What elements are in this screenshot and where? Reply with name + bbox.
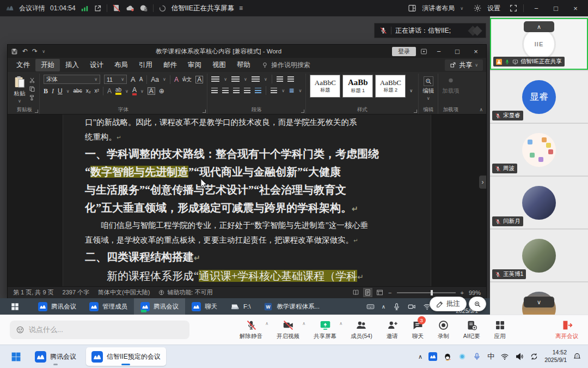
caret-icon[interactable]: ∧ — [302, 321, 305, 326]
text-effects-button[interactable]: A — [107, 88, 112, 94]
shared-taskbar-item-腾讯会议[interactable]: 腾讯会议 — [32, 298, 83, 315]
word-restore-button[interactable]: □ — [450, 47, 464, 56]
shared-tray-chevron-icon[interactable]: ∧ — [382, 304, 385, 310]
word-tab-布局[interactable]: 布局 — [109, 59, 133, 71]
styles-more-icon[interactable]: ∨ — [409, 88, 413, 93]
zoom-level[interactable]: 99% — [469, 289, 481, 296]
cloud-record-icon[interactable] — [126, 4, 134, 13]
participant-tile[interactable]: 周波 — [490, 124, 588, 176]
multilevel-list-icon[interactable] — [252, 76, 260, 82]
window-minimize-button[interactable]: − — [529, 4, 543, 13]
save-icon[interactable] — [11, 48, 18, 55]
ime-indicator[interactable]: 中 — [487, 352, 494, 361]
watermark-off-icon[interactable] — [112, 4, 121, 13]
next-page-chevron[interactable]: › — [479, 176, 486, 189]
window-close-button[interactable]: × — [568, 4, 583, 13]
leave-meeting-button[interactable]: 离开会议 — [555, 319, 578, 340]
meeting-details-link[interactable]: 会议详情 — [19, 4, 45, 13]
accessibility-status[interactable]: 辅助功能: 不可用 — [158, 288, 212, 297]
settings-gear-icon[interactable] — [473, 4, 482, 13]
word-tab-引用[interactable]: 引用 — [133, 59, 158, 71]
meeting-button-应用[interactable]: 应用 — [494, 319, 506, 340]
word-tab-邮件[interactable]: 邮件 — [158, 59, 182, 71]
participant-tile[interactable]: 显睿宋显睿 — [490, 71, 588, 123]
superscript-button[interactable]: x² — [95, 88, 99, 94]
zoom-slider[interactable] — [397, 292, 456, 293]
italic-button[interactable]: I — [52, 88, 54, 94]
taskbar-app-信智IIE预定的会议[interactable]: 信智IIE预定的会议 — [86, 347, 166, 366]
style-card-title[interactable]: AaBbC 标题 — [310, 75, 340, 98]
word-tab-帮助[interactable]: 帮助 — [231, 59, 256, 71]
word-tab-插入[interactable]: 插入 — [60, 59, 84, 71]
popout-icon[interactable] — [94, 4, 102, 13]
tray-tencent-meeting-icon[interactable] — [428, 352, 437, 361]
participant-tile[interactable]: ∨ — [490, 282, 588, 315]
participant-tile[interactable]: IIE∧信智IIE正在共享 — [490, 18, 588, 70]
shrink-font-button[interactable]: A — [139, 77, 143, 82]
phonetic-guide-button[interactable]: ẘ文 — [182, 77, 192, 82]
meeting-button-邀请[interactable]: 邀请 — [387, 319, 398, 340]
word-tab-视图[interactable]: 视图 — [207, 59, 231, 71]
style-card-heading1[interactable]: AaBb 标题 1 — [342, 75, 373, 98]
line-spacing-icon[interactable] — [271, 88, 277, 94]
underline-button[interactable]: U — [58, 88, 63, 94]
shared-taskbar-item-腾讯会议[interactable]: 腾讯会议 — [134, 298, 185, 315]
subscript-button[interactable]: x₂ — [86, 88, 91, 94]
shared-taskbar-item-聊天[interactable]: 聊天 — [185, 298, 224, 315]
bold-button[interactable]: B — [44, 88, 48, 94]
align-left-icon[interactable] — [211, 88, 218, 94]
meeting-button-解除静音[interactable]: ∧解除静音 — [240, 319, 262, 340]
sidebar-scroll-up-button[interactable]: ∧ — [524, 21, 554, 32]
undo-icon[interactable]: ↶ — [22, 47, 28, 55]
sidebar-scroll-down-button[interactable]: ∨ — [524, 297, 554, 307]
tray-assistant-icon[interactable] — [458, 352, 467, 361]
style-card-heading2[interactable]: AaBbC 标题 2 — [375, 75, 406, 98]
assist-search[interactable]: 操作说明搜索 — [261, 61, 310, 70]
word-share-button[interactable]: 共享 ∨ — [445, 59, 483, 71]
page-info[interactable]: 第 1 页, 共 9 页 — [13, 288, 54, 297]
word-close-button[interactable]: × — [469, 47, 483, 56]
bullets-icon[interactable] — [211, 76, 219, 82]
quick-access-caret-icon[interactable]: ∨ — [42, 49, 45, 54]
zoom-in-button[interactable]: + — [461, 289, 464, 296]
meeting-button-AI纪要[interactable]: AI纪要 — [463, 319, 480, 340]
taskbar-app-腾讯会议[interactable]: 腾讯会议 — [29, 347, 82, 366]
character-border-button[interactable]: A — [195, 76, 203, 83]
meeting-button-共享屏幕[interactable]: ∧共享屏幕 — [314, 319, 336, 340]
zoom-out-button[interactable]: − — [388, 289, 391, 296]
shared-taskbar-item-教学课程体系...[interactable]: W教学课程体系... — [257, 298, 326, 315]
shared-camera-icon[interactable] — [408, 303, 416, 311]
shading-icon[interactable]: ▦ — [289, 88, 294, 93]
justify-icon[interactable] — [244, 88, 250, 94]
record-lock-icon[interactable] — [139, 4, 148, 13]
settings-button[interactable]: 设置 — [487, 4, 500, 13]
login-button[interactable]: 登录 — [392, 47, 416, 56]
shared-taskbar-item-管理成员[interactable]: 管理成员 — [83, 298, 134, 315]
ribbon-options-icon[interactable] — [420, 48, 427, 55]
edit-button[interactable]: 编辑 ∨ — [422, 75, 434, 106]
clear-format-button[interactable]: A — [174, 76, 179, 83]
word-tab-文件[interactable]: 文件 — [11, 59, 35, 71]
sharing-list-icon[interactable]: ≡ — [239, 4, 243, 12]
strikethrough-button[interactable]: abc — [74, 88, 82, 94]
grow-font-button[interactable]: A — [131, 76, 136, 83]
font-name-select[interactable]: 宋体∨ — [44, 75, 100, 84]
meeting-button-录制[interactable]: 录制 — [438, 319, 449, 340]
print-layout-icon[interactable] — [364, 289, 371, 296]
copy-icon[interactable] — [29, 86, 35, 92]
language-status[interactable]: 简体中文(中国大陆) — [98, 288, 150, 297]
caret-icon[interactable]: ∧ — [265, 321, 268, 326]
read-mode-icon[interactable] — [352, 289, 359, 296]
collapse-ribbon-icon[interactable]: ∧ — [479, 107, 483, 112]
increase-indent-icon[interactable] — [287, 76, 294, 82]
numbering-icon[interactable] — [231, 76, 240, 82]
participant-tile[interactable]: 闫新月 — [490, 177, 588, 228]
layout-caret-icon[interactable]: ∨ — [460, 6, 463, 11]
meeting-button-成员(54)[interactable]: 成员(54) — [351, 319, 372, 340]
caret-icon[interactable]: ∧ — [339, 321, 342, 326]
character-shading-button[interactable]: A — [148, 87, 155, 95]
smiley-icon[interactable] — [16, 325, 24, 334]
paste-button[interactable]: 粘贴 ∨ — [14, 75, 26, 106]
tray-chevron-icon[interactable]: ∧ — [418, 353, 422, 360]
annotate-button[interactable]: 批注 — [430, 297, 467, 311]
